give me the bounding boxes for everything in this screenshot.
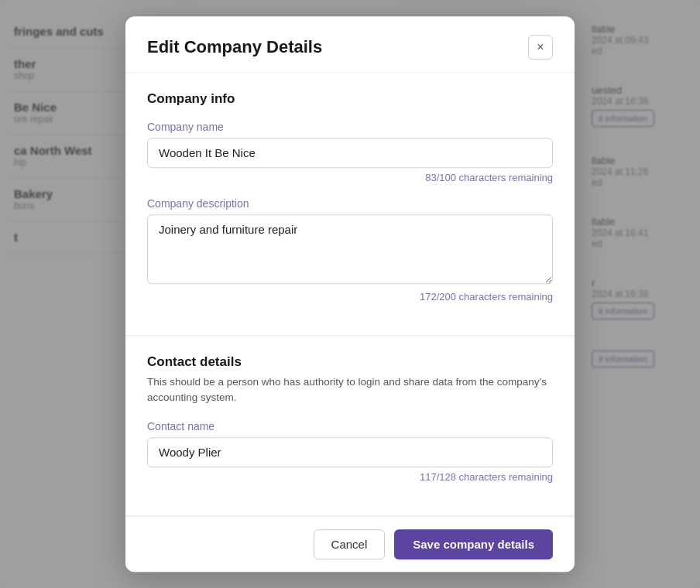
modal-header: Edit Company Details × [125, 16, 575, 73]
company-name-input[interactable] [147, 138, 553, 168]
modal-title: Edit Company Details [147, 37, 322, 57]
contact-name-label: Contact name [147, 420, 553, 432]
edit-company-modal: Edit Company Details × Company info Comp… [125, 16, 575, 572]
contact-details-section: Contact details This should be a person … [125, 336, 575, 516]
company-name-label: Company name [147, 121, 553, 133]
cancel-button[interactable]: Cancel [314, 529, 386, 559]
company-description-label: Company description [147, 197, 553, 210]
contact-details-title: Contact details [147, 354, 553, 370]
contact-name-group: Contact name 117/128 characters remainin… [147, 420, 553, 483]
company-description-char-count: 172/200 characters remaining [147, 291, 553, 303]
modal-body: Company info Company name 83/100 charact… [125, 73, 575, 516]
company-name-char-count: 83/100 characters remaining [147, 172, 553, 183]
company-description-group: Company description Joinery and furnitur… [147, 197, 553, 303]
company-description-input[interactable]: Joinery and furniture repair [147, 214, 553, 284]
company-info-section: Company info Company name 83/100 charact… [125, 73, 575, 336]
company-name-group: Company name 83/100 characters remaining [147, 121, 553, 183]
modal-footer: Cancel Save company details [125, 516, 575, 572]
close-button[interactable]: × [528, 35, 553, 60]
company-info-title: Company info [147, 91, 553, 107]
save-button[interactable]: Save company details [394, 529, 553, 559]
contact-details-subtitle: This should be a person who has authorit… [147, 374, 553, 406]
contact-name-char-count: 117/128 characters remaining [147, 471, 553, 483]
contact-name-input[interactable] [147, 437, 553, 467]
